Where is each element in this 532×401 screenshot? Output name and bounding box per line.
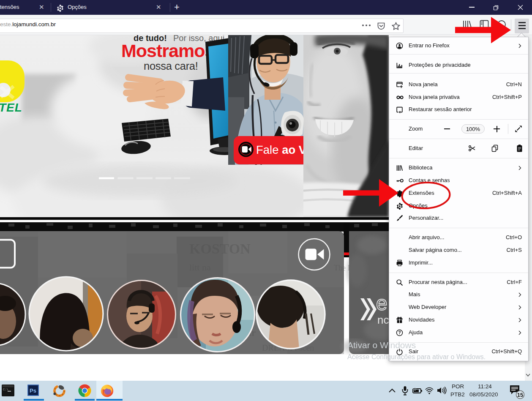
svg-text:15: 15 [517,392,523,398]
svg-text:Ps: Ps [30,387,36,394]
svg-text:C:\: C:\ [3,388,8,391]
